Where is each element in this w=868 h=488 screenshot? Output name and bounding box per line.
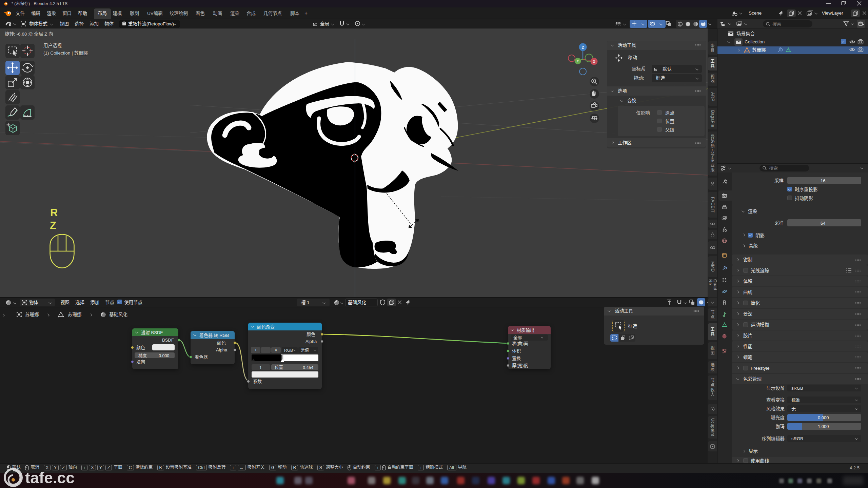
svg-text:tafe.cc: tafe.cc [25,469,75,487]
svg-text:Y: Y [577,59,579,63]
svg-text:Z: Z [582,45,584,49]
svg-text:X: X [593,60,595,64]
